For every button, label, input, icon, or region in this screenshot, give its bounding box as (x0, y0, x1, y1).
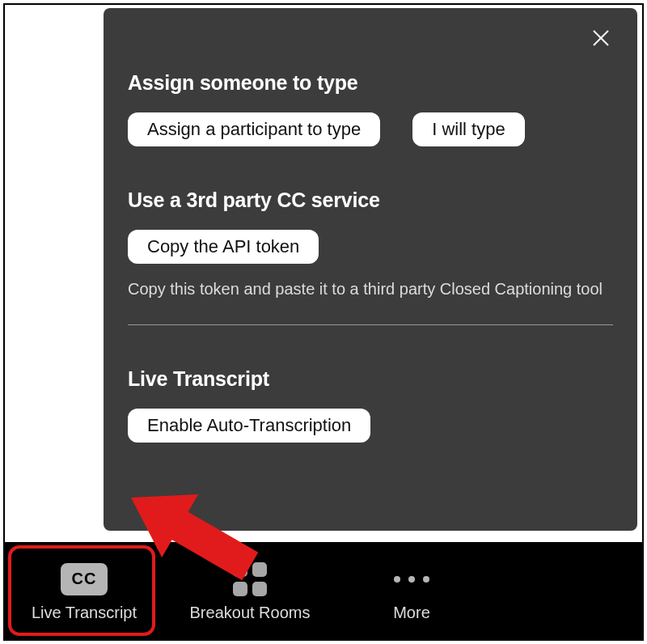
assign-typist-row: Assign a participant to type I will type (128, 112, 613, 146)
closed-caption-popup: Assign someone to type Assign a particip… (104, 8, 637, 531)
i-will-type-button[interactable]: I will type (412, 112, 524, 146)
assign-participant-button[interactable]: Assign a participant to type (128, 112, 380, 146)
meeting-toolbar: CC Live Transcript Breakout Rooms More (5, 542, 642, 639)
enable-auto-transcription-button[interactable]: Enable Auto-Transcription (128, 409, 370, 443)
live-transcript-heading: Live Transcript (128, 367, 613, 391)
third-party-cc-heading: Use a 3rd party CC service (128, 189, 613, 212)
more-icon (394, 576, 429, 583)
assign-typist-heading: Assign someone to type (128, 71, 613, 95)
copy-token-row: Copy the API token (128, 230, 613, 264)
copy-token-help-text: Copy this token and paste it to a third … (128, 278, 605, 300)
toolbar-live-transcript-label: Live Transcript (32, 604, 137, 622)
divider (128, 324, 613, 325)
close-icon[interactable] (589, 26, 613, 50)
breakout-rooms-icon (233, 562, 267, 596)
cc-icon: CC (61, 563, 108, 595)
auto-transcription-row: Enable Auto-Transcription (128, 409, 613, 443)
toolbar-live-transcript[interactable]: CC Live Transcript (11, 555, 157, 627)
toolbar-more[interactable]: More (343, 555, 480, 627)
copy-api-token-button[interactable]: Copy the API token (128, 230, 319, 264)
toolbar-more-label: More (393, 604, 430, 622)
toolbar-breakout-rooms[interactable]: Breakout Rooms (165, 555, 335, 627)
toolbar-breakout-label: Breakout Rooms (190, 604, 311, 622)
